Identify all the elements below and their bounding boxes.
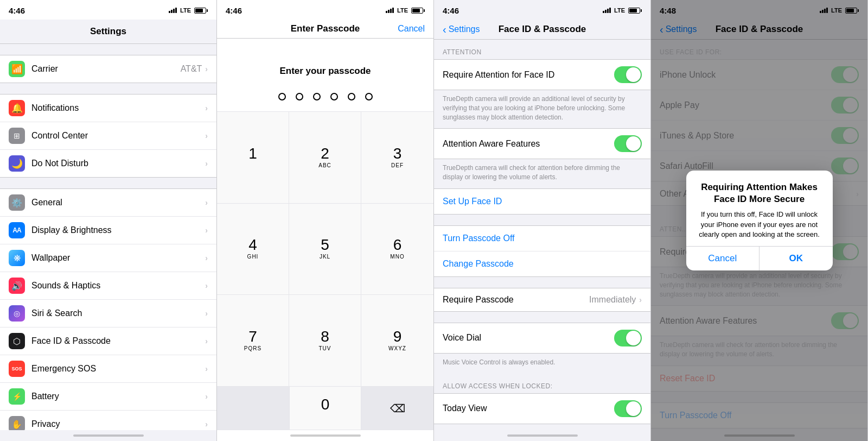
- passcode-options: Turn Passcode Off Change Passcode: [434, 225, 650, 277]
- battery-chevron: ›: [205, 392, 208, 401]
- carrier-item[interactable]: 📶 Carrier AT&T ›: [0, 55, 216, 83]
- general-item[interactable]: ⚙️ General ›: [0, 189, 216, 217]
- status-bar-3: 4:46 LTE: [434, 0, 650, 20]
- passcode-dots: [228, 93, 423, 100]
- control-center-item[interactable]: ⊞ Control Center ›: [0, 122, 216, 150]
- back-button-3[interactable]: ‹ Settings: [443, 24, 480, 35]
- control-center-chevron: ›: [205, 131, 208, 140]
- voice-dial-toggle[interactable]: [614, 330, 642, 346]
- signal-icon-1: [169, 8, 177, 13]
- notifications-group: 🔔 Notifications › ⊞ Control Center › 🌙 D…: [0, 94, 216, 178]
- require-attention-label: Require Attention for Face ID: [443, 70, 614, 80]
- display-chevron: ›: [205, 226, 208, 235]
- back-label-3: Settings: [449, 24, 480, 34]
- voice-dial-note: Music Voice Control is always enabled.: [434, 354, 650, 374]
- sounds-icon: 🔊: [9, 278, 25, 294]
- attention-aware-toggle[interactable]: [614, 135, 642, 152]
- dnd-chevron: ›: [205, 159, 208, 168]
- time-1: 4:46: [9, 6, 25, 15]
- key-1[interactable]: 1: [217, 112, 289, 204]
- key-4[interactable]: 4 GHI: [217, 204, 289, 295]
- numpad-empty-left: [217, 387, 289, 430]
- numpad-container: 1 2 ABC 3 DEF 4 GHI 5 JKL 6 MNO: [217, 111, 433, 430]
- numpad: 1 2 ABC 3 DEF 4 GHI 5 JKL 6 MNO: [217, 111, 433, 387]
- dialog-overlay: Requiring Attention Makes Face ID More S…: [651, 0, 867, 441]
- page-title-1: Settings: [9, 24, 208, 39]
- dnd-label: Do Not Disturb: [31, 159, 205, 168]
- require-attention-toggle[interactable]: [614, 66, 642, 83]
- key-7[interactable]: 7 PQRS: [217, 295, 289, 387]
- voice-dial-section: Voice Dial: [434, 323, 650, 354]
- carrier-label: Carrier: [31, 64, 181, 74]
- siri-chevron: ›: [205, 309, 208, 318]
- siri-item[interactable]: ◎ Siri & Search ›: [0, 300, 216, 327]
- battery-item-icon: ⚡: [9, 388, 25, 405]
- dot-6: [365, 93, 373, 100]
- change-passcode-row[interactable]: Change Passcode: [434, 251, 650, 276]
- require-passcode-row[interactable]: Require Passcode Immediately ›: [434, 288, 650, 312]
- status-bar-1: 4:46 LTE: [0, 0, 216, 20]
- notifications-chevron: ›: [205, 104, 208, 112]
- home-indicator-2: [217, 430, 433, 441]
- today-view-toggle[interactable]: [614, 400, 642, 417]
- key-6[interactable]: 6 MNO: [361, 204, 433, 295]
- display-icon: AA: [9, 222, 25, 238]
- carrier-icon: 📶: [9, 61, 25, 77]
- emergency-item[interactable]: SOS Emergency SOS ›: [0, 355, 216, 383]
- cancel-button[interactable]: Cancel: [398, 24, 425, 34]
- today-view-row[interactable]: Today View: [434, 394, 650, 424]
- privacy-label: Privacy: [31, 419, 205, 429]
- passcode-prompt: Enter your passcode: [228, 66, 423, 77]
- key-3[interactable]: 3 DEF: [361, 112, 433, 204]
- lte-label-1: LTE: [180, 7, 191, 14]
- general-chevron: ›: [205, 198, 208, 207]
- sounds-chevron: ›: [205, 281, 208, 290]
- key-8[interactable]: 8 TUV: [289, 295, 361, 387]
- attention-aware-desc: TrueDepth camera will check for attentio…: [434, 159, 650, 188]
- time-2: 4:46: [226, 6, 242, 15]
- faceid-item[interactable]: ⬡ Face ID & Passcode ›: [0, 327, 216, 355]
- key-5[interactable]: 5 JKL: [289, 204, 361, 295]
- settings-scroll[interactable]: 📶 Carrier AT&T › 🔔 Notifications › ⊞ Con…: [0, 44, 216, 430]
- battery-item[interactable]: ⚡ Battery ›: [0, 383, 216, 411]
- key-0[interactable]: 0: [289, 387, 361, 430]
- dialog-ok-button[interactable]: OK: [760, 247, 833, 270]
- delete-icon: ⌫: [390, 402, 405, 415]
- privacy-item[interactable]: ✋ Privacy ›: [0, 411, 216, 430]
- require-attention-row[interactable]: Require Attention for Face ID: [434, 60, 650, 90]
- setup-faceid-row[interactable]: Set Up Face ID: [434, 188, 650, 215]
- attention-label: ATTENTION: [434, 40, 650, 59]
- attention-dialog: Requiring Attention Makes Face ID More S…: [686, 171, 833, 270]
- siri-label: Siri & Search: [31, 308, 205, 318]
- carrier-section: 📶 Carrier AT&T ›: [0, 55, 216, 83]
- faceid-panel: 4:46 LTE ‹ Settings Face ID & Passcode A…: [434, 0, 651, 441]
- attention-aware-row[interactable]: Attention Aware Features: [434, 129, 650, 159]
- key-delete[interactable]: ⌫: [361, 387, 433, 430]
- general-group: ⚙️ General › AA Display & Brightness › ❋…: [0, 188, 216, 430]
- sounds-item[interactable]: 🔊 Sounds & Haptics ›: [0, 272, 216, 300]
- voice-dial-row[interactable]: Voice Dial: [434, 323, 650, 353]
- status-icons-2: LTE: [386, 7, 425, 14]
- privacy-chevron: ›: [205, 420, 208, 429]
- key-2[interactable]: 2 ABC: [289, 112, 361, 204]
- dialog-cancel-button[interactable]: Cancel: [686, 247, 760, 270]
- voice-dial-label: Voice Dial: [443, 333, 614, 343]
- display-item[interactable]: AA Display & Brightness ›: [0, 217, 216, 244]
- dialog-buttons: Cancel OK: [686, 246, 833, 270]
- turn-passcode-off-row[interactable]: Turn Passcode Off: [434, 226, 650, 251]
- notifications-item[interactable]: 🔔 Notifications ›: [0, 94, 216, 122]
- battery-label: Battery: [31, 392, 205, 401]
- signal-icon-3: [603, 8, 611, 13]
- wallpaper-item[interactable]: ❋ Wallpaper ›: [0, 244, 216, 272]
- settings-panel: 4:46 LTE Settings 📶 Carrier: [0, 0, 217, 441]
- home-indicator-3: [434, 430, 650, 441]
- notifications-icon: 🔔: [9, 100, 25, 116]
- general-icon: ⚙️: [9, 194, 25, 211]
- key-9[interactable]: 9 WXYZ: [361, 295, 433, 387]
- attention-aware-section: Attention Aware Features: [434, 128, 650, 159]
- dnd-item[interactable]: 🌙 Do Not Disturb ›: [0, 150, 216, 177]
- faceid-label: Face ID & Passcode: [31, 336, 205, 346]
- passcode-panel: 4:46 LTE Enter Passcode Cancel Enter you…: [217, 0, 434, 441]
- dot-4: [330, 93, 338, 100]
- faceid-scroll[interactable]: ATTENTION Require Attention for Face ID …: [434, 40, 650, 430]
